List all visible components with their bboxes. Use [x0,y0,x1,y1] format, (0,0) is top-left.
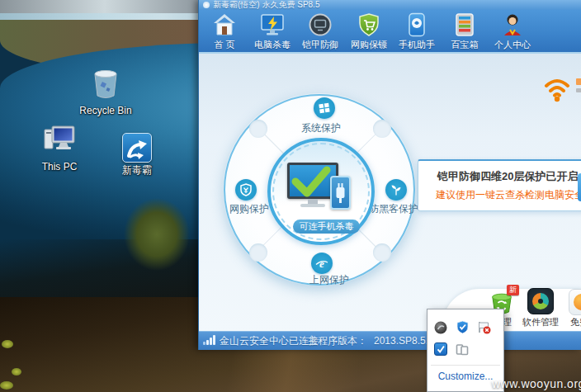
new-badge: 新 [507,285,519,295]
protection-wheel[interactable]: 系统保护 网购保护 防黑客保护 [224,94,415,286]
shopping-guard-icon [345,12,393,39]
device-tray-icon[interactable] [456,342,469,356]
clipped-text-fragment [576,78,581,85]
computer-scan-icon [248,12,296,39]
sector-system-protection[interactable]: 系统保护 [291,121,351,135]
main-content: 系统保护 网购保护 防黑客保护 [199,54,581,331]
ie-browser-icon[interactable]: e [311,253,333,274]
nav-item-home[interactable]: 首 页 [201,12,248,51]
duba-tray-icon[interactable] [434,342,447,356]
ring-notch [373,243,391,262]
action-center-flag-tray-icon[interactable] [477,320,490,333]
recycle-bin-icon [91,89,120,103]
nav-label: 首 页 [201,39,248,51]
signal-bars-icon [213,335,215,345]
desktop-icon-label: 新毒霸 [116,163,158,177]
ring-notch [249,120,267,138]
desktop-icon-recycle-bin[interactable]: Recycle Bin [79,68,132,116]
signal-bars-icon [203,342,205,345]
scan-now-button[interactable] [578,173,581,201]
phone-scan-banner[interactable]: 可连手机杀毒 [293,220,360,234]
watermark-text: www.wooyun.org [492,377,581,390]
clipped-text-fragment [576,88,581,92]
free-tool-icon[interactable] [569,289,581,315]
software-manager-icon[interactable] [527,288,554,314]
home-icon [201,12,248,39]
app-logo-icon [203,2,210,8]
wifi-icon[interactable] [541,74,573,102]
ring-notch [249,243,267,262]
signal-bars-icon [206,340,209,345]
duba-shortcut-icon [122,133,152,163]
signal-bars-icon [210,338,212,345]
duba-main-window: 新毒霸(悟空) 永久免费 SP8.5 首 页 [198,0,581,350]
status-panel-title: 铠甲防御四维20层保护已开启 [437,169,578,184]
green-checkmark [290,166,332,199]
desktop-icon-this-pc[interactable]: This PC [35,122,84,172]
version-label: 主程序版本： [308,335,367,347]
window-title: 新毒霸(悟空) 永久免费 SP8.5 [213,0,319,10]
tool-software-manager-label[interactable]: 软件管理 [521,316,560,328]
monitor-base [300,204,325,207]
wallpaper-moss-rock [124,198,190,271]
phone-assistant-icon [393,12,441,39]
title-bar[interactable]: 新毒霸(悟空) 永久免费 SP8.5 [199,0,581,10]
nav-item-toolbox[interactable]: 百宝箱 [441,12,489,51]
nav-item-computer-scan[interactable]: 电脑杀毒 [248,12,296,51]
nav-label: 电脑杀毒 [248,39,296,51]
nav-item-phone-assistant[interactable]: 手机助手 [393,12,441,51]
desktop-screen: Recycle Bin This PC [0,0,581,392]
connected-phone-graphic [330,176,351,210]
desktop-icon-label: Recycle Bin [79,105,132,116]
sector-internet-protection[interactable]: 上网保护 [305,273,354,287]
dark-app-tray-icon[interactable] [434,321,447,334]
toolbox-icon [441,12,489,39]
nav-label: 手机助手 [393,39,441,51]
nav-label: 个人中心 [489,39,536,51]
main-navigation: 首 页 电脑杀毒 [199,10,581,52]
wallpaper-moss-dot [12,368,21,375]
cloud-connection-status: 金山云安全中心已连接 [220,332,319,350]
status-bar: 金山云安全中心已连接 主程序版本：2013.SP8.5.070900 [199,331,581,350]
status-panel: 铠甲防御四维20层保护已开启 建议使用一键云查杀检测电脑安全 [418,159,581,211]
armor-defense-icon [296,12,344,39]
defender-shield-tray-icon[interactable] [456,320,470,333]
sector-antihacker-protection[interactable]: 防黑客保护 [367,202,420,216]
wallpaper-moss-dot [2,340,13,348]
sector-shopping-protection[interactable]: 网购保护 [225,202,273,216]
popup-separator [431,365,500,366]
ring-notch [373,120,391,138]
tool-free-label[interactable]: 免费 [570,316,581,328]
nav-label: 铠甲防御 [296,39,344,51]
desktop-icon-label: This PC [35,161,84,172]
shield-icon[interactable] [235,179,257,201]
pinwheel-core [538,299,543,304]
user-center-icon [489,12,536,39]
wallpaper-moss-dot [0,381,13,390]
orange-ball-graphic [574,294,581,310]
windows-icon[interactable] [314,97,335,119]
nav-label: 网购保镖 [345,39,393,51]
desktop-icon-duba[interactable]: 新毒霸 [116,133,158,177]
nav-item-user-center[interactable]: 个人中心 [489,12,536,51]
svg-text:e: e [319,257,324,270]
this-pc-icon [42,145,77,159]
nav-item-armor-defense[interactable]: 铠甲防御 [296,12,344,51]
nav-item-shopping-guard[interactable]: 网购保镖 [345,12,393,51]
leaf-icon[interactable] [385,179,407,201]
status-panel-suggestion: 建议使用一键云查杀检测电脑安全 [436,188,581,202]
nav-label: 百宝箱 [441,39,489,51]
